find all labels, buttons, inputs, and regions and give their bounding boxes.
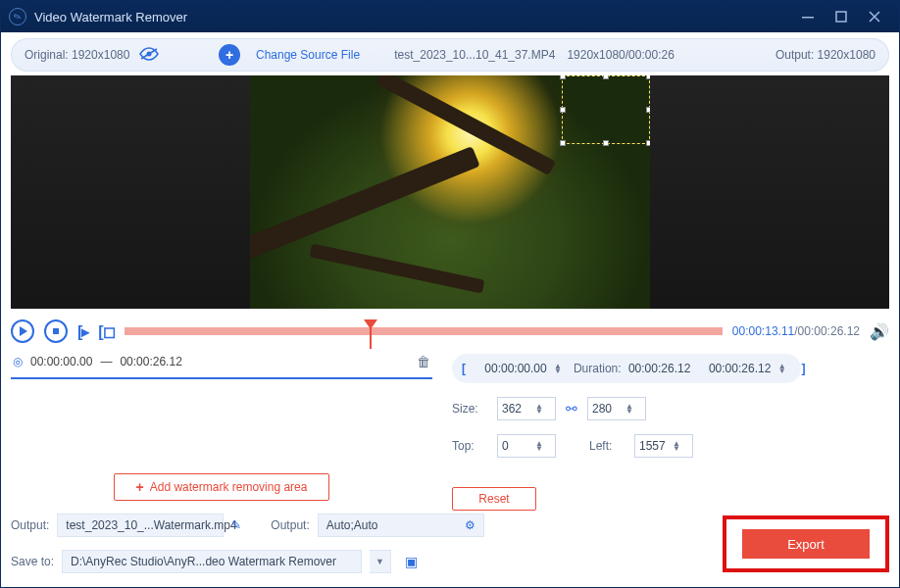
spinner[interactable]: ▲▼ (625, 404, 633, 414)
settings-gear-icon[interactable]: ⚙ (465, 518, 475, 532)
save-path-dropdown[interactable]: ▼ (370, 550, 391, 573)
svg-rect-0 (802, 17, 814, 19)
output-format-label: Output: (271, 518, 309, 532)
reset-button[interactable]: Reset (452, 487, 536, 511)
resize-handle[interactable] (603, 140, 609, 146)
spinner[interactable]: ▲▼ (554, 364, 562, 373)
add-watermark-area-button[interactable]: + Add watermark removing area (114, 473, 329, 501)
spinner[interactable]: ▲▼ (535, 441, 543, 451)
height-input[interactable] (592, 402, 625, 416)
resize-handle[interactable] (603, 75, 609, 79)
segment-icon: ◎ (13, 355, 23, 368)
left-label: Left: (589, 439, 625, 453)
open-folder-icon[interactable]: ▣ (405, 554, 418, 569)
set-out-point-button[interactable]: [◻ (98, 322, 114, 341)
trim-out-bracket[interactable]: ] (798, 362, 810, 375)
size-label: Size: (452, 402, 487, 416)
top-toolbar: Original: 1920x1080 + Change Source File… (11, 38, 889, 72)
spinner[interactable]: ▲▼ (535, 404, 543, 414)
segment-start: 00:00:00.00 (30, 355, 92, 368)
trim-duration-field[interactable]: 00:00:26.12 (625, 362, 694, 375)
resize-handle[interactable] (646, 75, 650, 79)
resize-handle[interactable] (646, 107, 650, 113)
top-input[interactable] (502, 439, 535, 453)
export-button[interactable]: Export (742, 529, 870, 559)
export-highlight: Export (723, 515, 889, 572)
output-filename-box: test_2023_10_...Watermark.mp4 (57, 514, 224, 537)
set-in-point-button[interactable]: [▸ (77, 322, 88, 341)
plus-icon: + (136, 479, 144, 495)
resize-handle[interactable] (646, 140, 650, 146)
link-aspect-icon[interactable]: ⚯ (566, 401, 577, 416)
change-source-link[interactable]: Change Source File (256, 48, 360, 62)
video-preview[interactable] (11, 75, 889, 309)
original-resolution-label: Original: 1920x1080 (25, 48, 129, 62)
save-path-box: D:\AnyRec Studio\AnyR...deo Watermark Re… (62, 550, 362, 573)
spinner[interactable]: ▲▼ (778, 364, 786, 373)
top-label: Top: (452, 439, 487, 453)
close-button[interactable] (858, 1, 891, 32)
playback-bar: [▸ [◻ 00:00:13.11/00:00:26.12 🔊 (11, 313, 889, 350)
watermark-selection-box[interactable] (562, 75, 650, 144)
trim-in-bracket[interactable]: [ (458, 362, 470, 375)
preview-toggle-icon[interactable] (139, 47, 159, 64)
spinner[interactable]: ▲▼ (673, 441, 680, 451)
left-input[interactable] (639, 439, 673, 453)
add-source-button[interactable]: + (219, 44, 240, 66)
app-title: Video Watermark Remover (34, 10, 791, 24)
width-input[interactable] (502, 402, 535, 416)
timeline-scrubber[interactable] (125, 325, 723, 337)
output-file-label: Output: (11, 518, 49, 532)
svg-rect-1 (836, 12, 846, 22)
app-logo-icon: ✎ (9, 8, 26, 25)
svg-rect-4 (53, 328, 59, 334)
source-filename: test_2023_10...10_41_37.MP4 (394, 48, 555, 62)
delete-segment-icon[interactable]: 🗑 (417, 354, 430, 369)
titlebar: ✎ Video Watermark Remover (1, 1, 899, 32)
maximize-button[interactable] (825, 1, 858, 32)
source-meta: 1920x1080/00:00:26 (567, 48, 674, 62)
app-window: ✎ Video Watermark Remover Original: 1920… (0, 0, 900, 588)
time-readout: 00:00:13.11/00:00:26.12 (732, 324, 860, 338)
play-button[interactable] (11, 319, 34, 343)
playhead[interactable] (364, 319, 377, 329)
output-resolution-label: Output: 1920x1080 (709, 48, 875, 62)
output-format-box[interactable]: Auto;Auto ⚙ (318, 514, 484, 537)
volume-icon[interactable]: 🔊 (870, 322, 889, 341)
trim-end-field[interactable]: 00:00:26.12 (706, 362, 775, 375)
resize-handle[interactable] (560, 107, 566, 113)
stop-button[interactable] (44, 319, 68, 343)
minimize-button[interactable] (791, 1, 825, 32)
resize-handle[interactable] (560, 140, 566, 146)
save-to-label: Save to: (11, 555, 54, 568)
trim-start-field[interactable]: 00:00:00.00 (481, 362, 550, 375)
rename-output-icon[interactable]: ✎ (231, 518, 241, 532)
trim-controls: [ 00:00:00.00▲▼ Duration:00:00:26.12 00:… (452, 354, 801, 383)
segment-row[interactable]: ◎ 00:00:00.00 — 00:00:26.12 🗑 (11, 350, 432, 379)
resize-handle[interactable] (560, 75, 566, 79)
segment-end: 00:00:26.12 (120, 355, 181, 368)
